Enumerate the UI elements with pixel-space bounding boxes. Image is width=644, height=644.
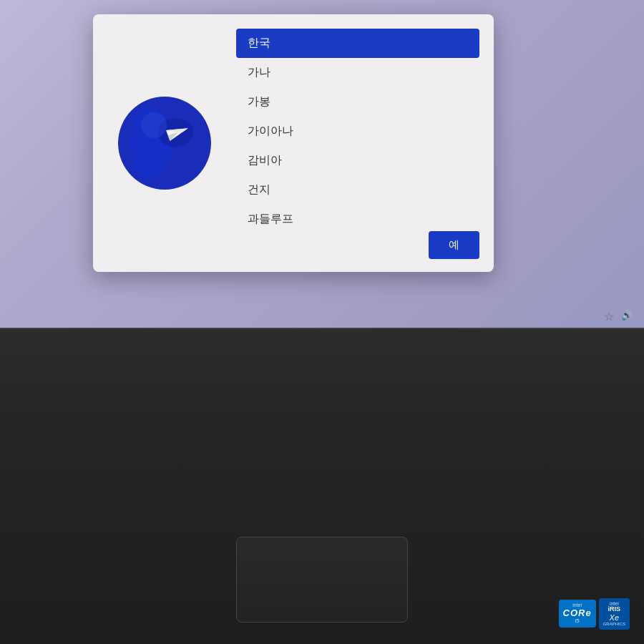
globe-icon — [114, 93, 215, 193]
core-label: CORe — [563, 608, 592, 618]
ok-button[interactable]: 예 — [429, 231, 479, 259]
xe-label: Xe — [603, 613, 625, 622]
laptop-screen: 한국 가나 가봉 가이아나 감비아 건지 — [0, 0, 644, 329]
country-list-section: 한국 가나 가봉 가이아나 감비아 건지 — [236, 29, 479, 258]
speaker-icon[interactable]: 🔊 — [621, 310, 633, 323]
iris-label: iRIS — [603, 606, 625, 613]
screen-bottom-bar: ☆ 🔊 — [604, 310, 633, 323]
svg-point-3 — [141, 112, 167, 138]
country-item-korea[interactable]: 한국 — [236, 29, 479, 58]
laptop-body: 한국 가나 가봉 가이아나 감비아 건지 — [0, 0, 644, 644]
country-item-guadeloupe[interactable]: 과들루프 — [236, 205, 479, 234]
globe-container — [107, 29, 222, 258]
bookmark-icon[interactable]: ☆ — [604, 310, 614, 323]
country-item-gabon[interactable]: 가봉 — [236, 87, 479, 117]
i5-label: i5 — [563, 618, 592, 625]
country-dialog: 한국 가나 가봉 가이아나 감비아 건지 — [93, 14, 494, 272]
intel-iris-badge: intel iRIS Xe GRAPHICS — [599, 598, 630, 630]
ok-button-row: 예 — [429, 231, 479, 259]
keyboard-deck: Esc F1 F2 F3 F4 F5 F6 F7 F8 F9 F10 F11 F… — [0, 329, 644, 644]
country-item-guernsey[interactable]: 건지 — [236, 175, 479, 205]
country-item-ghana[interactable]: 가나 — [236, 58, 479, 87]
country-item-guyana[interactable]: 가이아나 — [236, 117, 479, 146]
country-item-gambia[interactable]: 감비아 — [236, 146, 479, 175]
graphics-label: GRAPHICS — [603, 622, 625, 627]
intel-core-badge: intel CORe i5 — [559, 600, 596, 628]
touchpad[interactable] — [236, 537, 408, 623]
badge-area: intel CORe i5 intel iRIS Xe GRAPHICS — [559, 598, 630, 630]
screen-background: 한국 가나 가봉 가이아나 감비아 건지 — [0, 0, 644, 329]
